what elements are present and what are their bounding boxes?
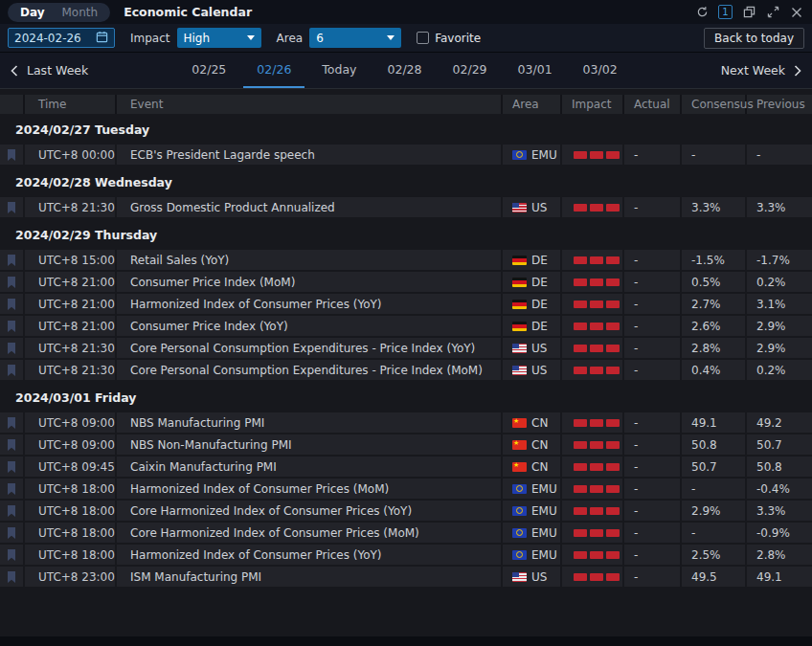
impact-bar-icon [590,441,603,449]
event-row[interactable]: UTC+8 21:30Core Personal Consumption Exp… [0,360,812,382]
impact-bar-icon [606,551,620,559]
event-area: US [503,360,562,380]
impact-bar-icon [574,367,587,374]
impact-bar-icon [590,367,603,374]
previous-value: 3.3% [747,197,812,217]
event-row[interactable]: UTC+8 18:00Harmonized Index of Consumer … [0,545,812,567]
area-filter-label: Area [277,32,304,45]
duplicate-icon[interactable] [741,5,756,20]
event-row[interactable]: UTC+8 09:45Caixin Manufacturing PMICN-50… [0,457,812,479]
event-row[interactable]: UTC+8 21:30Core Personal Consumption Exp… [0,338,812,360]
close-icon[interactable] [789,5,804,20]
tab-day[interactable]: Day [11,4,54,21]
impact-bar-icon [590,278,603,286]
event-name: Core Harmonized Index of Consumer Prices… [117,523,503,543]
event-row[interactable]: UTC+8 21:30Gross Domestic Product Annual… [0,197,812,219]
event-time: UTC+8 21:30 [25,197,117,217]
area-code: US [531,570,547,584]
bookmark-cell[interactable] [0,545,25,565]
event-name: Core Personal Consumption Expenditures -… [117,338,503,358]
expand-icon[interactable] [765,5,780,20]
impact-filter-label: Impact [130,32,170,45]
event-row[interactable]: UTC+8 21:00Consumer Price Index (YoY)DE-… [0,316,812,338]
impact-bar-icon [590,463,603,471]
bookmark-icon [6,482,17,496]
event-row[interactable]: UTC+8 09:00NBS Non-Manufacturing PMICN-5… [0,434,812,457]
favorite-checkbox[interactable] [417,32,429,44]
impact-bar-icon [574,507,587,515]
event-area: DE [503,250,562,270]
bookmark-cell[interactable] [0,197,25,217]
previous-value: 3.3% [747,501,812,521]
bookmark-cell[interactable] [0,316,25,336]
previous-value: 49.1 [747,567,812,587]
bookmark-cell[interactable] [0,501,25,521]
consensus-value: - [682,145,747,165]
actual-value: - [624,457,682,477]
bookmark-cell[interactable] [0,250,25,270]
calendar-icon [96,29,108,47]
previous-value: 3.1% [747,294,812,314]
impact-rating [562,145,624,165]
favorite-filter[interactable]: Favorite [417,32,481,45]
impact-rating [562,567,624,587]
bookmark-cell[interactable] [0,567,25,587]
area-select[interactable]: 6 [309,28,401,48]
bookmark-cell[interactable] [0,294,25,314]
bookmark-cell[interactable] [0,479,25,499]
event-row[interactable]: UTC+8 21:00Consumer Price Index (MoM)DE-… [0,272,812,294]
day-tab[interactable]: 02/28 [374,53,436,88]
actual-value: - [624,501,682,521]
consensus-value: 3.3% [682,197,747,217]
area-code: DE [531,320,548,333]
consensus-value: 2.6% [682,316,747,336]
event-row[interactable]: UTC+8 09:00NBS Manufacturing PMICN-49.14… [0,412,812,434]
impact-rating [562,412,624,433]
bookmark-icon [6,298,17,311]
impact-bar-icon [590,323,603,330]
bookmark-cell[interactable] [0,272,25,292]
event-row[interactable]: UTC+8 18:00Core Harmonized Index of Cons… [0,523,812,545]
event-name: Consumer Price Index (MoM) [117,272,503,292]
event-row[interactable]: UTC+8 21:00Harmonized Index of Consumer … [0,294,812,316]
impact-select[interactable]: High [177,28,261,48]
event-name: Consumer Price Index (YoY) [117,316,503,336]
bookmark-cell[interactable] [0,360,25,380]
last-week-button[interactable]: Last Week [10,63,88,78]
back-to-today-button[interactable]: Back to today [704,28,804,49]
event-row[interactable]: UTC+8 23:00ISM Manufacturing PMIUS-49.54… [0,567,812,589]
bookmark-cell[interactable] [0,523,25,543]
next-week-button[interactable]: Next Week [721,63,802,78]
day-tab[interactable]: 02/29 [440,53,501,88]
bookmark-icon [6,526,17,540]
event-row[interactable]: UTC+8 00:00ECB's President Lagarde speec… [0,145,812,167]
bottom-strip [0,636,812,646]
panel-count-badge[interactable]: 1 [718,5,733,19]
impact-bar-icon [606,573,620,581]
actual-value: - [624,272,682,292]
bookmark-icon [6,254,17,267]
event-row[interactable]: UTC+8 15:00Retail Sales (YoY)DE--1.5%-1.… [0,250,812,272]
date-picker-input[interactable]: 2024-02-26 [8,28,115,48]
us-flag-icon [512,572,527,582]
chevron-down-icon [247,35,255,40]
bookmark-cell[interactable] [0,457,25,477]
impact-bar-icon [606,507,620,515]
impact-rating [562,479,624,499]
bookmark-cell[interactable] [0,412,25,433]
day-tab[interactable]: 03/02 [570,53,631,88]
day-tab-selected[interactable]: 02/26 [243,53,304,88]
bookmark-cell[interactable] [0,145,25,165]
day-tab[interactable]: 02/25 [178,53,239,88]
bookmark-cell[interactable] [0,338,25,358]
impact-selected-value: High [184,32,211,45]
event-row[interactable]: UTC+8 18:00Core Harmonized Index of Cons… [0,501,812,523]
bookmark-cell[interactable] [0,434,25,455]
day-tab-today[interactable]: Today [308,53,370,88]
tab-month[interactable]: Month [54,4,107,21]
next-week-label: Next Week [721,63,785,78]
emu-flag-icon [512,528,527,538]
refresh-icon[interactable] [694,5,710,20]
event-row[interactable]: UTC+8 18:00Harmonized Index of Consumer … [0,479,812,501]
day-tab[interactable]: 03/01 [505,53,566,88]
